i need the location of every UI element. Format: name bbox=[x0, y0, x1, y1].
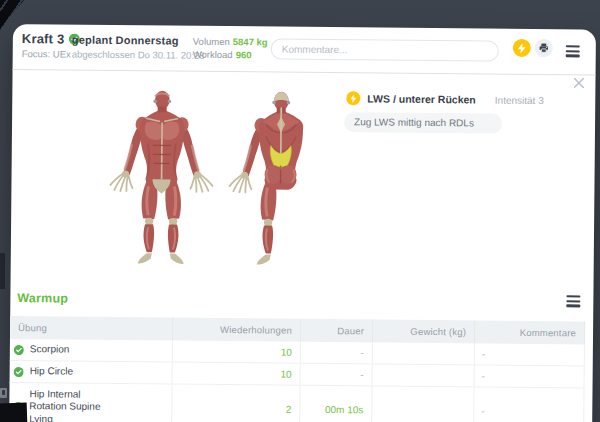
duration-value[interactable]: - bbox=[301, 342, 373, 364]
col-header-weight: Gewicht (kg) bbox=[373, 319, 475, 343]
volume-value: 5847 kg bbox=[233, 35, 268, 48]
comment-input[interactable] bbox=[271, 38, 499, 61]
weight-value[interactable] bbox=[372, 386, 474, 422]
duration-value[interactable]: - bbox=[301, 364, 373, 386]
col-header-duration: Dauer bbox=[301, 319, 373, 343]
figure-back bbox=[229, 91, 337, 266]
planned-label: geplant Donnerstag bbox=[72, 34, 205, 47]
printer-icon bbox=[539, 43, 549, 53]
exercise-name: Scorpion bbox=[30, 343, 70, 356]
background-bottom-left-object bbox=[0, 403, 27, 422]
figure-front bbox=[110, 90, 214, 264]
workout-title: Kraft 3 bbox=[22, 31, 65, 46]
comment-value[interactable]: - bbox=[474, 387, 584, 422]
note-lightning-icon bbox=[346, 91, 360, 105]
exercise-name: Hip Internal Rotation Supine Lying bbox=[29, 388, 109, 422]
col-header-exercise: Übung bbox=[10, 316, 173, 341]
anatomy-figures bbox=[95, 87, 337, 273]
background-small-chip bbox=[0, 388, 7, 398]
weight-value[interactable] bbox=[373, 342, 475, 364]
comment-value[interactable]: - bbox=[475, 365, 585, 387]
table-row[interactable]: Hip Internal Rotation Supine Lying 2 00m… bbox=[9, 383, 584, 422]
exercise-table: Übung Wiederholungen Dauer Gewicht (kg) … bbox=[9, 316, 585, 422]
quick-action-button[interactable] bbox=[513, 39, 531, 57]
close-icon[interactable] bbox=[573, 77, 584, 88]
check-circle-icon bbox=[14, 345, 24, 355]
workload-label: Workload bbox=[193, 48, 233, 61]
app-window: Kraft 3 Focus: UEx geplant Donnerstag ab… bbox=[9, 24, 596, 422]
window-header: Kraft 3 Focus: UEx geplant Donnerstag ab… bbox=[13, 24, 596, 76]
reps-value[interactable]: 10 bbox=[173, 363, 301, 385]
background-edge-object bbox=[0, 253, 5, 289]
exercise-name: Hip Circle bbox=[30, 365, 73, 378]
weight-value[interactable] bbox=[373, 364, 475, 386]
section-menu-button[interactable] bbox=[566, 295, 580, 307]
col-header-comment: Kommentare bbox=[475, 320, 585, 344]
schedule-block: geplant Donnerstag abgeschlossen Do 30.1… bbox=[72, 34, 205, 61]
volume-label: Volumen bbox=[193, 35, 230, 48]
stats-block: Volumen 5847 kg Workload 960 bbox=[193, 35, 268, 62]
completed-label: abgeschlossen Do 30.11. 20:28 bbox=[72, 49, 205, 61]
note-comment: Zug LWS mittig nach RDLs bbox=[344, 112, 502, 134]
reps-value[interactable]: 2 bbox=[172, 385, 300, 422]
screenshot-root: Kraft 3 Focus: UEx geplant Donnerstag ab… bbox=[0, 0, 600, 422]
header-menu-button[interactable] bbox=[566, 45, 580, 57]
col-header-reps: Wiederholungen bbox=[173, 318, 301, 342]
lightning-bolt-icon bbox=[518, 42, 526, 53]
duration-value[interactable]: 00m 10s bbox=[300, 386, 372, 422]
reps-value[interactable]: 10 bbox=[173, 341, 301, 363]
note-region-label: LWS / unterer Rücken bbox=[367, 92, 476, 105]
comment-value[interactable]: - bbox=[475, 343, 585, 365]
workload-value: 960 bbox=[236, 48, 252, 61]
note-intensity-label: Intensität 3 bbox=[495, 94, 544, 105]
body-note-row: LWS / unterer Rücken Intensität 3 bbox=[346, 91, 544, 107]
section-title: Warmup bbox=[17, 291, 68, 305]
print-button[interactable] bbox=[535, 39, 553, 57]
check-circle-icon bbox=[14, 367, 24, 377]
